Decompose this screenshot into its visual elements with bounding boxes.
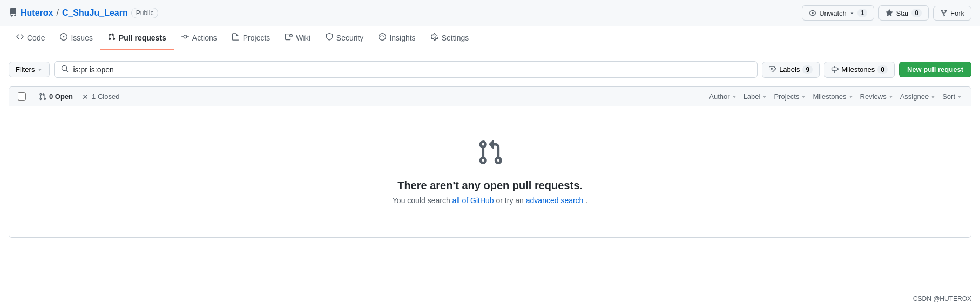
advanced-search-link[interactable]: advanced search xyxy=(526,196,584,205)
search-input-wrap[interactable] xyxy=(54,61,758,78)
subnav-pullrequests-label: Pull requests xyxy=(119,34,166,42)
closed-count-text: 1 Closed xyxy=(92,92,119,101)
projects-dropdown[interactable]: Projects xyxy=(774,92,806,101)
empty-description: You could search all of GitHub or try an… xyxy=(393,196,587,205)
pr-list-header: 0 Open 1 Closed Author Label Projects xyxy=(9,87,971,106)
all-of-github-link[interactable]: all of GitHub xyxy=(452,196,494,205)
subnav-wiki[interactable]: Wiki xyxy=(278,26,317,50)
pr-list-container: 0 Open 1 Closed Author Label Projects xyxy=(9,86,971,238)
filters-button[interactable]: Filters xyxy=(9,62,50,77)
label-label: Label xyxy=(744,92,761,101)
fork-button[interactable]: Fork xyxy=(933,6,971,21)
repo-separator: / xyxy=(56,8,58,18)
author-label: Author xyxy=(709,92,729,101)
pullrequest-icon xyxy=(108,33,116,42)
subnav-security[interactable]: Security xyxy=(318,26,371,50)
fork-label: Fork xyxy=(950,9,964,17)
subnav-projects[interactable]: Projects xyxy=(225,26,278,50)
unwatch-count: 1 xyxy=(857,9,868,17)
subnav-projects-label: Projects xyxy=(243,34,271,42)
pr-list-header-right: Author Label Projects Milestones Reviews xyxy=(709,92,962,101)
reviews-dropdown[interactable]: Reviews xyxy=(860,92,894,101)
author-dropdown[interactable]: Author xyxy=(709,92,736,101)
security-icon xyxy=(326,33,333,42)
assignee-label: Assignee xyxy=(900,92,929,101)
new-pull-request-button[interactable]: New pull request xyxy=(899,62,971,77)
filters-label: Filters xyxy=(16,65,35,73)
labels-button[interactable]: Labels 9 xyxy=(762,62,820,78)
star-count: 0 xyxy=(911,9,922,17)
repo-owner-link[interactable]: Huterox xyxy=(21,8,53,18)
closed-count[interactable]: 1 Closed xyxy=(82,92,119,101)
search-icon xyxy=(61,65,69,74)
select-all-checkbox[interactable] xyxy=(18,92,26,101)
empty-desc-middle: or try an xyxy=(496,196,526,205)
subnav-actions-label: Actions xyxy=(192,34,217,42)
projects-icon xyxy=(232,33,240,42)
milestones-count: 0 xyxy=(877,65,888,74)
empty-desc-suffix: . xyxy=(585,196,587,205)
subnav-issues[interactable]: Issues xyxy=(52,26,100,50)
star-button[interactable]: Star 0 xyxy=(878,5,929,21)
top-nav: Huterox / C_ShuJu_Learn Public Unwatch 1… xyxy=(0,0,980,26)
subnav-actions[interactable]: Actions xyxy=(174,26,225,50)
milestones-button[interactable]: Milestones 0 xyxy=(824,62,895,78)
unwatch-button[interactable]: Unwatch 1 xyxy=(802,5,874,21)
subnav-code[interactable]: Code xyxy=(9,26,52,50)
public-badge: Public xyxy=(131,8,159,18)
label-dropdown[interactable]: Label xyxy=(744,92,768,101)
issues-icon xyxy=(60,33,67,42)
filter-right-actions: Labels 9 Milestones 0 New pull request xyxy=(762,62,971,78)
subnav-security-label: Security xyxy=(336,34,364,42)
search-input[interactable] xyxy=(73,65,751,74)
sort-dropdown[interactable]: Sort xyxy=(942,92,962,101)
subnav-pullrequests[interactable]: Pull requests xyxy=(100,26,174,50)
unwatch-label: Unwatch xyxy=(819,9,847,17)
star-label: Star xyxy=(896,9,909,17)
settings-icon xyxy=(431,33,438,42)
subnav-settings[interactable]: Settings xyxy=(423,26,477,50)
subnav-settings-label: Settings xyxy=(442,34,469,42)
wiki-icon xyxy=(285,33,293,42)
empty-desc-prefix: You could search xyxy=(393,196,452,205)
empty-title: There aren't any open pull requests. xyxy=(397,179,583,192)
milestones-label: Milestones xyxy=(841,65,875,73)
code-icon xyxy=(16,33,24,42)
milestones-dropdown-label: Milestones xyxy=(813,92,846,101)
sort-label: Sort xyxy=(942,92,955,101)
subnav-code-label: Code xyxy=(27,34,45,42)
subnav-issues-label: Issues xyxy=(71,34,92,42)
open-count: 0 Open xyxy=(39,92,73,101)
subnav-wiki-label: Wiki xyxy=(296,34,310,42)
reviews-label: Reviews xyxy=(860,92,887,101)
projects-label: Projects xyxy=(774,92,799,101)
repo-icon xyxy=(9,8,17,18)
insights-icon xyxy=(379,33,386,42)
empty-pr-icon xyxy=(477,139,504,171)
labels-count: 9 xyxy=(802,65,813,74)
repo-actions: Unwatch 1 Star 0 Fork xyxy=(802,5,971,21)
repo-breadcrumb: Huterox / C_ShuJu_Learn Public xyxy=(9,8,158,18)
empty-state: There aren't any open pull requests. You… xyxy=(9,106,971,237)
actions-icon xyxy=(181,33,189,42)
assignee-dropdown[interactable]: Assignee xyxy=(900,92,936,101)
labels-label: Labels xyxy=(779,65,800,73)
main-content: Filters Labels 9 Milestones 0 New pull r… xyxy=(0,50,980,249)
sub-nav: Code Issues Pull requests Actions Projec… xyxy=(0,26,980,50)
pr-list-header-left: 0 Open 1 Closed xyxy=(18,92,709,101)
milestones-dropdown[interactable]: Milestones xyxy=(813,92,853,101)
subnav-insights-label: Insights xyxy=(389,34,415,42)
filter-bar: Filters Labels 9 Milestones 0 New pull r… xyxy=(9,61,971,78)
repo-name-link[interactable]: C_ShuJu_Learn xyxy=(62,8,128,18)
open-count-text: 0 Open xyxy=(49,92,73,101)
subnav-insights[interactable]: Insights xyxy=(371,26,423,50)
